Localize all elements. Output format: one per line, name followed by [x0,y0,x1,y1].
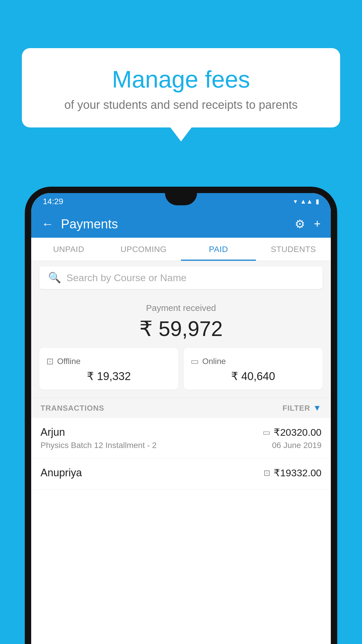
online-card-header: ▭ Online [191,356,316,366]
header-icons: ⚙ + [295,217,321,231]
transaction-bottom-1: Physics Batch 12 Installment - 2 06 June… [41,441,321,450]
transaction-amount-wrap-1: ▭ ₹20320.00 [263,426,321,438]
transaction-course-1: Physics Batch 12 Installment - 2 [41,441,157,450]
online-label: Online [202,357,226,366]
bubble-title: Manage fees [42,66,320,93]
offline-card-header: ⊡ Offline [46,356,171,366]
transaction-name-2: Anupriya [41,467,82,479]
filter-icon: ▼ [313,403,321,413]
payment-type-icon-1: ▭ [263,428,270,437]
bubble-subtitle: of your students and send receipts to pa… [42,98,320,111]
phone-frame: 14:29 ▾ ▲▲ ▮ ← Payments ⚙ + UNPAID UPCOM… [25,187,337,644]
search-container: 🔍 Search by Course or Name [31,261,331,294]
transactions-header: TRANSACTIONS FILTER ▼ [31,398,331,418]
battery-icon: ▮ [316,198,319,205]
transactions-label: TRANSACTIONS [41,404,104,413]
add-icon[interactable]: + [314,217,321,230]
search-input[interactable]: Search by Course or Name [66,272,187,284]
online-icon: ▭ [191,356,199,366]
search-bar[interactable]: 🔍 Search by Course or Name [39,266,323,289]
filter-label: FILTER [282,404,310,413]
tab-unpaid[interactable]: UNPAID [31,238,106,261]
payment-cards: ⊡ Offline ₹ 19,332 ▭ Online ₹ 40,640 [39,348,323,390]
transaction-date-1: 06 June 2019 [272,441,321,450]
signal-icon: ▲▲ [300,198,313,205]
status-time: 14:29 [43,197,63,206]
offline-card: ⊡ Offline ₹ 19,332 [39,348,178,390]
transaction-top-1: Arjun ▭ ₹20320.00 [41,426,321,438]
transaction-top-2: Anupriya ⊡ ₹19332.00 [41,467,321,479]
search-icon: 🔍 [48,272,61,284]
payment-received-label: Payment received [39,303,323,313]
tab-students[interactable]: STUDENTS [256,238,331,261]
page-title: Payments [61,217,287,231]
notch [165,193,197,205]
filter-button[interactable]: FILTER ▼ [282,403,321,413]
tabs-bar: UNPAID UPCOMING PAID STUDENTS [31,238,331,261]
status-bar: 14:29 ▾ ▲▲ ▮ [31,193,331,210]
transaction-amount-1: ₹20320.00 [274,426,321,438]
transaction-amount-wrap-2: ⊡ ₹19332.00 [263,467,321,479]
settings-icon[interactable]: ⚙ [295,217,305,231]
offline-label: Offline [57,357,80,366]
transaction-row-anupriya[interactable]: Anupriya ⊡ ₹19332.00 [31,459,331,490]
offline-icon: ⊡ [46,356,54,366]
transaction-row-arjun[interactable]: Arjun ▭ ₹20320.00 Physics Batch 12 Insta… [31,418,331,459]
transaction-name-1: Arjun [41,426,65,438]
wifi-icon: ▾ [294,198,297,205]
online-card: ▭ Online ₹ 40,640 [184,348,323,390]
phone-screen: 14:29 ▾ ▲▲ ▮ ← Payments ⚙ + UNPAID UPCOM… [31,193,331,644]
tab-paid[interactable]: PAID [181,238,256,261]
payment-summary: Payment received ₹ 59,972 ⊡ Offline ₹ 19… [31,294,331,398]
back-button[interactable]: ← [41,217,54,231]
speech-bubble: Manage fees of your students and send re… [22,48,340,127]
status-icons: ▾ ▲▲ ▮ [294,198,319,205]
offline-amount: ₹ 19,332 [46,370,171,383]
transaction-amount-2: ₹19332.00 [274,467,321,479]
payment-type-icon-2: ⊡ [263,468,270,478]
app-header: ← Payments ⚙ + [31,210,331,238]
tab-upcoming[interactable]: UPCOMING [106,238,181,261]
payment-total-amount: ₹ 59,972 [39,316,323,341]
online-amount: ₹ 40,640 [191,370,316,383]
